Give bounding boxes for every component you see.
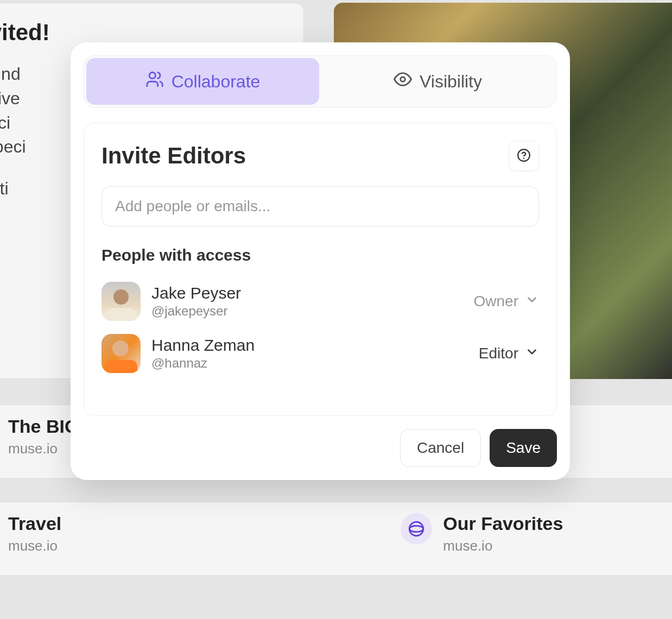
bg-item-sub: muse.io — [443, 538, 563, 554]
role-label: Editor — [479, 345, 518, 362]
person-name: Hanna Zeman — [151, 336, 468, 355]
svg-point-2 — [149, 72, 155, 78]
modal-actions: Cancel Save — [84, 429, 557, 467]
svg-point-1 — [410, 526, 424, 532]
help-icon — [517, 148, 531, 164]
person-handle: @hannaz — [151, 356, 468, 371]
bg-item-title: Our Favorites — [443, 513, 563, 534]
share-modal: Collaborate Visibility Invite Editors — [71, 42, 570, 480]
tab-label: Collaborate — [172, 72, 261, 92]
help-button[interactable] — [509, 141, 539, 171]
invite-input[interactable] — [102, 186, 539, 226]
person-row: Hanna Zeman @hannaz Editor — [102, 327, 539, 380]
cancel-button[interactable]: Cancel — [400, 429, 481, 467]
tab-visibility[interactable]: Visibility — [321, 58, 554, 105]
background-list-item: Travel muse.io Our Favorites muse.io — [0, 502, 672, 575]
person-row: Jake Peyser @jakepeyser Owner — [102, 275, 539, 327]
bg-item-sub: muse.io — [8, 538, 61, 554]
avatar — [102, 334, 141, 373]
role-label: Owner — [474, 293, 518, 310]
bg-item-title: Travel — [8, 513, 61, 534]
svg-point-0 — [410, 522, 424, 536]
people-icon — [145, 70, 164, 93]
svg-point-3 — [401, 77, 405, 82]
chevron-down-icon — [525, 345, 539, 363]
save-button[interactable]: Save — [490, 429, 557, 467]
access-section-label: People with access — [102, 246, 539, 264]
bg-title: re invited! — [0, 20, 287, 46]
modal-tabs: Collaborate Visibility — [84, 55, 557, 108]
panel-title: Invite Editors — [102, 143, 246, 169]
avatar — [102, 282, 141, 321]
role-dropdown[interactable]: Owner — [474, 293, 539, 311]
role-dropdown[interactable]: Editor — [479, 345, 539, 363]
person-handle: @jakepeyser — [151, 304, 463, 319]
eye-icon — [394, 70, 412, 93]
chevron-down-icon — [525, 293, 539, 311]
tab-collaborate[interactable]: Collaborate — [86, 58, 319, 105]
invite-panel: Invite Editors People with access Jake P… — [84, 123, 557, 416]
person-name: Jake Peyser — [151, 284, 463, 302]
tab-label: Visibility — [420, 72, 482, 92]
favicon-icon — [401, 513, 432, 545]
